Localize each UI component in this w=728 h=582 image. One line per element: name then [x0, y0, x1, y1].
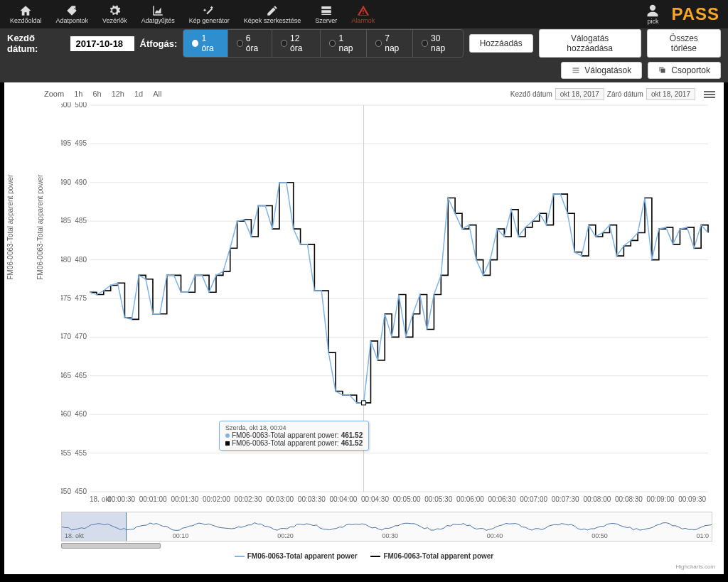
- legend-line-icon: [370, 556, 380, 557]
- zoom-12h[interactable]: 12h: [107, 88, 129, 99]
- legend-item-1[interactable]: FM06-0063-Total apparent power: [235, 552, 358, 560]
- svg-text:00:00:30: 00:00:30: [107, 495, 135, 503]
- range-label: 7 nap: [385, 33, 404, 53]
- svg-text:485: 485: [61, 217, 71, 225]
- range-label: 30 nap: [431, 33, 454, 53]
- selections-button[interactable]: Válogatások: [561, 62, 642, 79]
- range-label: 1 nap: [338, 33, 358, 53]
- list-icon: [572, 66, 580, 75]
- range-1h[interactable]: 1 óra: [183, 30, 228, 57]
- nav-label: Szerver: [315, 17, 337, 24]
- nav-user[interactable]: pick: [640, 2, 665, 26]
- nav-label: Képek szerkesztése: [244, 17, 301, 24]
- wand-icon: [203, 4, 215, 17]
- zoom-1h[interactable]: 1h: [70, 88, 87, 99]
- svg-text:500: 500: [75, 102, 87, 109]
- top-navbar: Kezdőoldal Adatpontok Vezérlők Adatgyűjt…: [0, 0, 728, 28]
- yaxis-label-2: FM06-0063-Total apparent power: [36, 175, 44, 280]
- svg-text:465: 465: [75, 372, 87, 379]
- legend-label: FM06-0063-Total apparent power: [247, 552, 358, 560]
- navigator-scrollbar[interactable]: [61, 543, 161, 549]
- edit-icon: [266, 4, 279, 17]
- range-7d[interactable]: 7 nap: [367, 30, 413, 57]
- start-date-input[interactable]: [70, 36, 134, 51]
- svg-text:460: 460: [61, 410, 71, 418]
- svg-text:00:09:00: 00:09:00: [647, 495, 675, 503]
- range-6h[interactable]: 6 óra: [228, 30, 272, 57]
- radio-dot-icon: [281, 40, 287, 47]
- nav-datapoints[interactable]: Adatpontok: [49, 3, 96, 26]
- svg-text:00:08:30: 00:08:30: [615, 495, 643, 503]
- range-12h[interactable]: 12 óra: [272, 30, 321, 57]
- svg-text:450: 450: [61, 487, 71, 495]
- nav-editor[interactable]: Képek szerkesztése: [237, 3, 309, 26]
- groups-button[interactable]: Csoportok: [648, 62, 721, 79]
- chart-plot[interactable]: 4504504554554604604654654704704754754804…: [61, 102, 712, 506]
- svg-text:00:01:30: 00:01:30: [171, 495, 198, 503]
- svg-text:470: 470: [61, 333, 71, 340]
- delete-all-button[interactable]: Összes törlése: [647, 29, 721, 58]
- range-label: 1 óra: [201, 33, 218, 53]
- range-label: 12 óra: [290, 33, 311, 53]
- span-label: Átfogás:: [140, 38, 178, 49]
- add-button[interactable]: Hozzáadás: [469, 34, 533, 53]
- nav-label: Alarmok: [351, 17, 375, 24]
- chart-svg: 4504504554554604604654654704704754754804…: [61, 102, 712, 506]
- chart-menu-icon[interactable]: [704, 90, 715, 99]
- chart-navigator[interactable]: 18. okt00:1000:2000:3000:4000:5001:0: [61, 512, 712, 541]
- svg-text:475: 475: [75, 294, 87, 302]
- svg-text:00:04:30: 00:04:30: [361, 495, 389, 503]
- svg-text:00:04:00: 00:04:00: [329, 495, 357, 503]
- range-1d[interactable]: 1 nap: [321, 30, 367, 57]
- nav-label: Vezérlők: [102, 17, 127, 24]
- zoom-6h[interactable]: 6h: [88, 88, 105, 99]
- svg-text:00:06:00: 00:06:00: [456, 495, 484, 503]
- sub-bar: Válogatások Csoportok: [0, 58, 728, 82]
- svg-rect-54: [362, 401, 366, 405]
- svg-text:460: 460: [75, 410, 87, 418]
- nav-alarms[interactable]: Alarmok: [344, 3, 382, 26]
- from-label: Kezdő dátum: [510, 90, 552, 98]
- from-date-input[interactable]: okt 18, 2017: [555, 88, 604, 100]
- tooltip-value-1: 461.52: [341, 431, 363, 439]
- svg-text:00:09:30: 00:09:30: [678, 495, 706, 503]
- nav-label: Adatgyűjtés: [141, 17, 175, 24]
- home-icon: [19, 4, 32, 17]
- svg-text:00:02:00: 00:02:00: [203, 495, 230, 503]
- nav-label: Kép generátor: [189, 17, 230, 24]
- svg-text:470: 470: [75, 333, 87, 340]
- controls-bar: Kezdő dátum: Átfogás: 1 óra 6 óra 12 óra…: [0, 28, 728, 58]
- svg-text:490: 490: [61, 178, 71, 186]
- legend-item-2[interactable]: FM06-0063-Total apparent power: [370, 552, 493, 560]
- chart-credit: Highcharts.com: [675, 564, 715, 570]
- nav-controllers[interactable]: Vezérlők: [95, 3, 134, 26]
- to-date-input[interactable]: okt 18, 2017: [646, 88, 695, 100]
- nav-server[interactable]: Szerver: [308, 3, 344, 26]
- range-radio-group: 1 óra 6 óra 12 óra 1 nap 7 nap 30 nap: [183, 29, 463, 58]
- zoom-1d[interactable]: 1d: [130, 88, 147, 99]
- nav-home[interactable]: Kezdőoldal: [3, 3, 49, 26]
- svg-text:495: 495: [61, 139, 71, 147]
- svg-text:475: 475: [61, 294, 71, 302]
- to-label: Záró dátum: [607, 90, 643, 98]
- svg-text:465: 465: [61, 372, 71, 379]
- svg-text:00:05:00: 00:05:00: [393, 495, 421, 503]
- svg-text:00:03:30: 00:03:30: [298, 495, 326, 503]
- radio-dot-icon: [375, 40, 382, 47]
- svg-text:00:08:00: 00:08:00: [583, 495, 611, 503]
- radio-dot-icon: [192, 40, 198, 47]
- nav-label: Adatpontok: [56, 17, 89, 24]
- zoom-all[interactable]: All: [149, 88, 166, 99]
- nav-collection[interactable]: Adatgyűjtés: [134, 3, 182, 26]
- svg-text:455: 455: [75, 449, 87, 457]
- svg-text:500: 500: [61, 102, 71, 109]
- nav-generator[interactable]: Kép generátor: [182, 3, 237, 26]
- btn-label: Válogatások: [584, 65, 631, 75]
- add-selection-button[interactable]: Válogatás hozzáadása: [539, 29, 641, 58]
- range-30d[interactable]: 30 nap: [413, 30, 463, 57]
- date-range-display: Kezdő dátum okt 18, 2017 Záró dátum okt …: [510, 88, 695, 100]
- tooltip-series-2: FM06-0063-Total apparent power:: [232, 439, 339, 447]
- svg-text:495: 495: [75, 139, 87, 147]
- svg-text:455: 455: [61, 449, 71, 457]
- tag-icon: [65, 4, 78, 17]
